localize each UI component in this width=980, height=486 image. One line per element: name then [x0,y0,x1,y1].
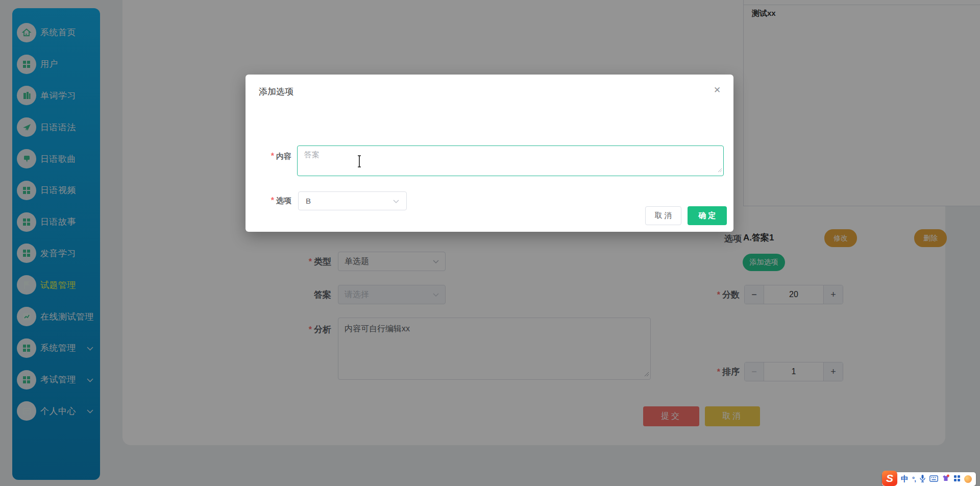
emoji-icon[interactable] [964,475,972,483]
dialog-title: 添加选项 [259,86,293,98]
modal-backdrop [0,0,980,486]
required-asterisk: * [271,152,274,160]
dialog-confirm-button[interactable]: 确 定 [688,206,727,225]
dialog-cancel-button[interactable]: 取 消 [645,206,681,225]
resize-handle-icon[interactable] [718,165,722,175]
close-icon[interactable]: ✕ [711,84,723,96]
sogou-logo-icon[interactable]: S [882,471,897,486]
toolbox-icon[interactable] [953,475,961,484]
dialog-content-label: *内容 [246,145,291,161]
add-option-dialog: 添加选项 ✕ *选项 B *内容 取 消 确 定 [246,75,733,232]
dialog-content-row: *内容 [246,145,724,178]
chevron-down-icon [393,197,399,205]
ime-toolbar: S 中 °, [882,472,976,486]
microphone-icon[interactable] [919,474,926,484]
punctuation-icon[interactable]: °, [912,475,916,483]
skin-icon[interactable] [942,474,950,484]
required-asterisk: * [271,196,274,205]
dialog-option-row: *选项 B [246,191,407,210]
app-window: 系统首页 用户 单词学习 日语语法 [0,0,980,486]
chinese-mode-icon[interactable]: 中 [901,474,909,484]
keyboard-icon[interactable] [929,475,938,484]
text-cursor-icon [356,155,362,167]
dialog-option-label: *选项 [246,196,291,206]
dialog-option-value: B [306,197,311,205]
dialog-option-select[interactable]: B [298,191,407,210]
